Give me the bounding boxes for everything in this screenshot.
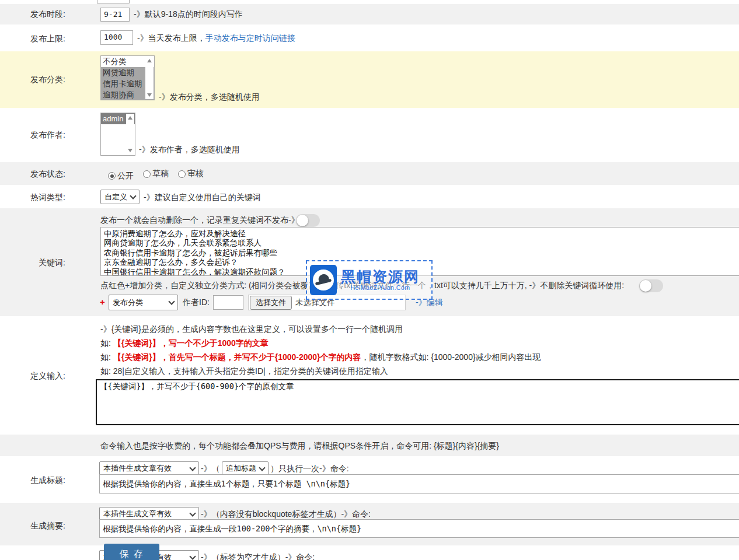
chevron-down-icon (259, 464, 265, 471)
keywords-label: 关键词: (0, 258, 65, 268)
custom-input-example2: 如: 【{关键词}】，首先写一个标题，并写不少于{1000-2000}个字的内容… (100, 352, 541, 363)
scroll-up-icon[interactable] (147, 59, 152, 62)
hat-icon (313, 270, 334, 290)
keywords-autodelete-note: 发布一个就会自动删除一个，记录重复关键词不发布-》 (100, 215, 299, 226)
radio-draft[interactable]: 草稿 (143, 169, 169, 179)
publish-time-caption: -》默认9-18点的时间段内写作 (134, 9, 243, 20)
save-button[interactable]: 保 存 (104, 544, 159, 560)
scroll-down-icon[interactable] (147, 93, 152, 97)
publish-status-label: 发布状态: (0, 169, 65, 180)
publish-category-label: 发布分类: (0, 75, 65, 85)
chevron-down-icon (189, 553, 196, 559)
scroll-down-icon[interactable] (128, 149, 133, 152)
custom-input-example3: 如: 28|自定义输入，支持输入开头指定分类ID|，指定分类的关键词使用指定输入 (100, 366, 388, 377)
listbox-scrollbar[interactable] (126, 114, 134, 155)
plugin-settings-page: 发布时段: 9-21 -》默认9-18点的时间段内写作 发布上限: 1000 -… (0, 0, 739, 560)
watermark-text: 黑帽资源网 HeiMaoZiYuan.Com (341, 269, 420, 291)
gen-title-sep2: ）只执行一次-》命令: (270, 464, 349, 474)
gen-title-mode-select[interactable]: 追加标题 (222, 461, 269, 475)
publish-status-radios: 公开 草稿 审核 (108, 169, 211, 181)
hotword-type-label: 热词类型: (0, 192, 65, 203)
watermark-logo-icon (310, 265, 337, 295)
custom-input-note: -》{关键词}是必须的，生成内容字数也在这里定义，可以设置多个一行一个随机调用 (100, 324, 403, 335)
custom-input-label: 定义输入: (0, 371, 65, 382)
toggle-knob (297, 215, 308, 226)
publish-limit-input[interactable]: 1000 (100, 30, 133, 45)
example2-rest-text: ，随机字数格式如: {1000-2000}减少相同内容出现 (361, 352, 541, 362)
publish-author-label: 发布作者: (0, 130, 65, 141)
example2-red-text: 【{关键词}】，首先写一个标题，并写不少于{1000-2000}个字的内容 (113, 352, 361, 362)
watermark: 黑帽资源网 HeiMaoZiYuan.Com (306, 260, 433, 300)
add-category-button[interactable]: + (100, 297, 105, 307)
gen-summary-command-input[interactable]: 根据我提供给你的内容，直接生成一段100-200个字的摘要，\n\n{标题} (99, 519, 739, 538)
radio-icon (143, 170, 151, 178)
author-id-input[interactable] (213, 295, 243, 310)
gen-title-sep1: -》（ (201, 464, 220, 474)
manual-publish-link[interactable]: 手动发布与定时访问链接 (205, 33, 295, 43)
cutoff-input-top[interactable] (97, 0, 130, 4)
hotword-type-caption: -》建议自定义使用自己的关键词 (144, 192, 261, 203)
watermark-title: 黑帽资源网 (341, 269, 420, 284)
publish-limit-caption: -》当天发布上限，手动发布与定时访问链接 (137, 33, 295, 44)
radio-review[interactable]: 审核 (178, 169, 204, 179)
gen-title-scope-select[interactable]: 本插件生成文章有效 (99, 461, 199, 475)
chevron-down-icon (168, 298, 175, 304)
publish-author-caption: -》发布作者，多选随机使用 (139, 145, 240, 155)
listbox-scrollbar[interactable] (145, 57, 154, 99)
radio-public[interactable]: 公开 (108, 171, 134, 181)
gen-summary-label: 生成摘要: (0, 521, 65, 531)
publish-time-input[interactable]: 9-21 (100, 8, 130, 22)
radio-icon (178, 170, 186, 178)
keep-keywords-toggle[interactable] (639, 279, 663, 292)
chevron-down-icon (189, 510, 196, 516)
scroll-up-icon[interactable] (128, 116, 133, 120)
author-id-label: 作者ID: (183, 298, 210, 308)
custom-input-example1: 如: 【{关键词}】，写一个不少于1000字的文章 (100, 338, 269, 349)
choose-file-button[interactable]: 选择文件 (250, 296, 292, 310)
hotword-type-select[interactable]: 自定义 (100, 190, 140, 204)
chevron-down-icon (189, 464, 196, 471)
publish-category-caption: -》发布分类，多选随机使用 (159, 92, 260, 103)
chevron-down-icon (130, 192, 136, 199)
publish-time-label: 发布时段: (0, 9, 65, 20)
gen-summary-sep: -》（内容没有blockquote标签才生成）-》命令: (201, 509, 371, 520)
publish-category-listbox[interactable]: 不分类 网贷逾期 信用卡逾期 逾期协商 (100, 55, 155, 100)
toggle-knob (640, 280, 651, 292)
watermark-domain: HeiMaoZiYuan.Com (341, 284, 420, 291)
custom-input-textarea[interactable]: 【{关键词}】，并写不少于{600-900}个字的原创文章 (96, 379, 739, 425)
publish-limit-label: 发布上限: (0, 34, 65, 44)
publish-author-listbox[interactable]: admin (100, 113, 135, 156)
gen-title-command-input[interactable]: 根据我提供给你的内容，直接生成1个标题，只要1个标题 \n\n{标题} (99, 474, 739, 494)
keyword-category-select[interactable]: 发布分类 (109, 295, 178, 310)
autodelete-toggle[interactable] (296, 214, 320, 227)
gen-title-label: 生成标题: (0, 475, 65, 486)
radio-selected-icon (108, 172, 116, 180)
command-note: 命令输入也是按字收费的，每个功能都会叠加QPS与费用，请根据QPS条件开启，命令… (100, 441, 499, 452)
gen-content-sep: -》（标签为空才生成）-》命令: (201, 552, 315, 560)
example1-red-text: 【{关键词}】，写一个不少于1000字的文章 (113, 338, 269, 348)
publish-limit-caption-text: -》当天发布上限， (137, 33, 205, 43)
